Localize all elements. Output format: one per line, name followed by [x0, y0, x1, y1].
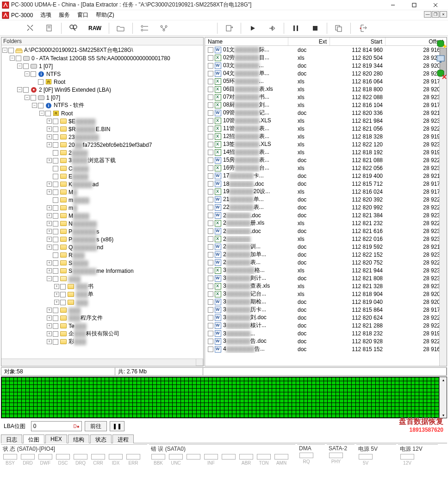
row-checkbox[interactable] [208, 71, 213, 76]
row-checkbox[interactable] [208, 102, 213, 108]
tree-checkbox[interactable] [53, 237, 58, 242]
row-checkbox[interactable] [208, 63, 213, 69]
tree-checkbox[interactable] [45, 111, 51, 116]
file-row[interactable]: 21▓▓▓▓▓▓单...doc112 820 39228 922 0 [205, 195, 447, 203]
file-row[interactable]: 3▓▓▓▓▓▓▓格...xls112 821 94428 923 5 [205, 266, 447, 274]
row-checkbox[interactable] [208, 346, 213, 352]
tree-row[interactable]: −1 [07] [2, 94, 202, 101]
tree-checkbox[interactable] [53, 229, 58, 234]
file-row[interactable]: 04文▓▓▓▓▓▓单...doc112 820 28028 921 9 [205, 69, 447, 77]
row-checkbox[interactable] [208, 331, 213, 336]
file-row[interactable]: 01文▓▓▓▓▓▓际...doc112 814 96028 916 5 [205, 46, 447, 54]
file-row[interactable]: 11管▓▓▓▓▓▓表...xls112 821 05628 922 6 [205, 125, 447, 132]
tree-checkbox[interactable] [60, 300, 66, 305]
tree-checkbox[interactable] [53, 213, 58, 219]
tree-toggle[interactable]: + [47, 158, 52, 163]
tree-row[interactable]: 2▓▓▓▓ [2, 149, 202, 157]
tree-toggle[interactable]: + [47, 126, 52, 132]
file-row[interactable]: 2▓▓▓▓▓▓表...doc112 820 75228 922 3 [205, 258, 447, 266]
side-screen-icon[interactable] [436, 54, 447, 65]
row-checkbox[interactable] [208, 47, 213, 53]
tree-toggle[interactable]: + [47, 182, 52, 187]
tree-row[interactable]: +▓▓▓单 [2, 290, 202, 298]
tree-checkbox[interactable] [31, 71, 36, 77]
file-row[interactable]: 10管▓▓▓▓▓▓.XLSxls112 821 98428 923 6 [205, 117, 447, 125]
tree-row[interactable]: +P▓▓▓▓▓▓s (x86) [2, 235, 202, 243]
tree-toggle[interactable]: + [47, 205, 52, 210]
menu-service[interactable]: 服务 [55, 10, 74, 20]
file-row[interactable]: 17▓▓▓▓▓▓卡...doc112 819 40028 921 0 [205, 172, 447, 180]
tree-toggle[interactable]: + [47, 142, 52, 147]
toolbar-stop[interactable] [306, 22, 324, 35]
tree-toggle[interactable]: − [39, 111, 44, 116]
tree-checkbox[interactable] [53, 323, 58, 329]
file-row[interactable]: 3▓▓▓▓▓▓...doc112 818 23228 919 8 [205, 329, 447, 337]
tree-row[interactable]: +P▓▓▓▓▓▓s [2, 227, 202, 235]
tab-status[interactable]: 状态 [90, 435, 112, 443]
tree-checkbox[interactable] [53, 126, 58, 132]
tree-row[interactable]: +企▓▓▓科技有限公司 [2, 330, 202, 338]
tree-toggle[interactable]: + [47, 213, 52, 218]
lba-go-button[interactable]: 前往 [85, 421, 107, 431]
tree-toggle[interactable]: + [47, 134, 52, 139]
tree-checkbox[interactable] [53, 308, 58, 313]
row-checkbox[interactable] [208, 197, 213, 202]
tree-checkbox[interactable] [53, 276, 58, 282]
file-row[interactable]: 3▓▓▓▓▓▓查表.xlsxls112 821 32828 923 2 [205, 282, 447, 290]
tree-toggle[interactable]: + [54, 300, 59, 305]
tree-checkbox[interactable] [16, 56, 21, 61]
tree-row[interactable]: +▓▓▓程序文件 [2, 314, 202, 322]
file-row[interactable]: 08厨▓▓▓▓▓▓刘...xls112 816 10428 917 7 [205, 101, 447, 109]
tree-checkbox[interactable] [8, 48, 14, 53]
toolbar-settings[interactable] [21, 22, 39, 35]
file-row[interactable]: 18▓▓▓▓▓▓.docdoc112 815 71228 917 3 [205, 180, 447, 188]
tree-row[interactable]: R▓▓▓ [2, 251, 202, 259]
tree-checkbox[interactable] [53, 339, 58, 345]
col-ext[interactable]: Ext [288, 38, 330, 45]
tree-row[interactable]: +S▓▓▓▓▓▓me Information [2, 267, 202, 275]
tree-checkbox[interactable] [53, 221, 58, 227]
tree-checkbox[interactable] [23, 63, 29, 69]
row-checkbox[interactable] [208, 236, 213, 242]
lba-input[interactable]: 0 D● [31, 421, 82, 431]
tree-row[interactable]: +彩▓▓▓ [2, 338, 202, 346]
tab-bitmap[interactable]: 位图 [23, 435, 44, 443]
tree-toggle[interactable]: − [47, 276, 52, 281]
row-checkbox[interactable] [208, 55, 213, 61]
tree-row[interactable]: +▓▓▓ [2, 306, 202, 314]
file-row[interactable]: 2▓▓▓▓▓▓训...doc112 819 59228 921 2 [205, 243, 447, 251]
row-checkbox[interactable] [208, 291, 213, 297]
tree-toggle[interactable]: + [47, 331, 52, 336]
side-db-del-icon[interactable] [436, 69, 447, 80]
file-row[interactable]: 2▓▓▓▓▓▓xls112 822 01628 923 6 [205, 235, 447, 243]
toolbar-open-folder[interactable] [112, 22, 130, 35]
row-checkbox[interactable] [208, 181, 213, 187]
tree-row[interactable]: E▓▓▓▓ [2, 172, 202, 180]
tree-toggle[interactable]: − [32, 103, 37, 108]
file-row[interactable]: 05环▓▓▓▓▓▓...xls112 816 06428 917 6 [205, 77, 447, 85]
file-row[interactable]: 22▓▓▓▓▓▓表...doc112 820 99228 922 6 [205, 203, 447, 211]
tree-toggle[interactable]: + [47, 119, 52, 124]
mdi-close[interactable]: × [440, 11, 447, 18]
tree-toggle[interactable]: + [47, 229, 52, 234]
file-row[interactable]: 16劳▓▓▓▓▓▓台...xls112 822 05628 923 6 [205, 164, 447, 172]
row-checkbox[interactable] [208, 165, 213, 171]
tree-row[interactable]: +$E▓▓▓▓▓ [2, 117, 202, 125]
toolbar-export[interactable] [220, 22, 238, 35]
toolbar-step[interactable] [263, 22, 281, 35]
file-row[interactable]: 3▓▓▓▓▓▓记台...xls112 818 90428 920 5 [205, 290, 447, 298]
row-checkbox[interactable] [208, 307, 213, 313]
row-checkbox[interactable] [208, 150, 213, 155]
tree-row[interactable]: +$R▓▓▓▓▓E.BIN [2, 125, 202, 133]
tree-toggle[interactable]: + [47, 260, 52, 265]
tree-toggle[interactable]: − [17, 87, 22, 92]
row-checkbox[interactable] [208, 252, 213, 258]
tree-toggle[interactable]: + [47, 339, 52, 344]
menu-options[interactable]: 选项 [37, 10, 55, 20]
tree-row[interactable]: −RRoot [2, 109, 202, 117]
tree-checkbox[interactable] [53, 150, 58, 156]
tree-checkbox[interactable] [53, 189, 58, 195]
tree-row[interactable]: +S▓▓▓▓ [2, 259, 202, 267]
tree-checkbox[interactable] [53, 166, 58, 171]
tree-checkbox[interactable] [53, 260, 58, 266]
